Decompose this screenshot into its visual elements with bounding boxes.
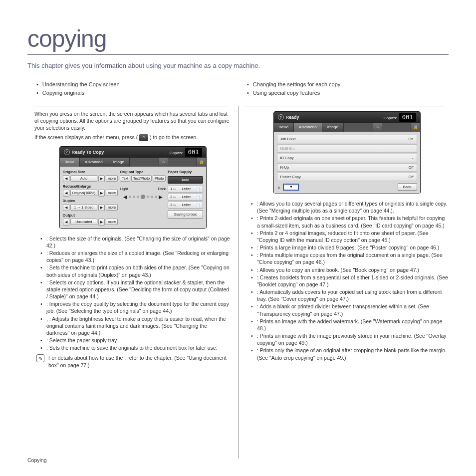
label-output: Output: [63, 213, 118, 218]
auto-button[interactable]: Auto: [168, 176, 203, 184]
toc-item: Changing the settings for each copy: [247, 80, 449, 89]
feature-list-left: : Selects the size of the originals. (Se…: [34, 235, 231, 352]
label-original-type: Original Type: [120, 170, 166, 174]
copies-counter: Copies:001: [170, 149, 202, 156]
more-button[interactable]: more: [106, 204, 118, 211]
label-original-size: Original Size: [63, 170, 118, 174]
label-duplex: Duplex: [63, 199, 118, 203]
tray-3[interactable]: 3 ▭Letter📄: [168, 202, 203, 209]
lock-icon[interactable]: 🔒: [197, 158, 206, 167]
more-button[interactable]: more: [106, 175, 118, 182]
lock-icon[interactable]: 🔒: [411, 123, 420, 132]
list-item: : Prints an image with the added waterma…: [257, 318, 449, 332]
row-job-build[interactable]: Job BuildOn: [277, 135, 417, 143]
column-separator: [238, 106, 238, 459]
row-poster-copy[interactable]: Poster CopyOff: [277, 173, 417, 181]
value-auto: Auto: [70, 175, 98, 182]
save-to-box-button[interactable]: Saving to box: [168, 210, 203, 219]
more-button[interactable]: more: [106, 219, 118, 225]
arrow-left-icon[interactable]: ◀: [63, 219, 69, 226]
list-item: : Creates booklets from a sequential set…: [257, 274, 449, 288]
intro-text: This chapter gives you information about…: [27, 62, 449, 69]
tab-basic[interactable]: Basic: [60, 158, 80, 167]
toc-item: Using special copy features: [247, 89, 449, 97]
list-item: : Prints an image with the image previou…: [257, 332, 449, 346]
home-icon[interactable]: ⌂: [159, 158, 168, 167]
tab-image[interactable]: Image: [322, 123, 344, 132]
value-original100: Original(100%): [70, 190, 98, 196]
copies-counter: Copies:001: [384, 114, 416, 121]
darkness-slider[interactable]: ◀ ▶: [120, 194, 166, 200]
toc-item: Understanding the Copy screen: [36, 80, 238, 89]
row-id-copy[interactable]: ID Copy-: [277, 154, 417, 162]
list-item: : Adds a blank or printed divider betwee…: [257, 303, 449, 317]
arrow-left-icon[interactable]: ◀: [63, 190, 69, 197]
tab-advanced[interactable]: Advanced: [294, 123, 322, 132]
feature-list-right: : Allows you to copy several pages or di…: [245, 200, 449, 361]
shot-title: Ready To Copy: [72, 150, 104, 155]
arrow-right-icon[interactable]: ▶: [98, 190, 105, 197]
note-text: For details about how to use the , refer…: [48, 354, 231, 368]
list-item: : Prints 2-sided originals on one sheet …: [257, 215, 449, 229]
tab-advanced[interactable]: Advanced: [80, 158, 108, 167]
list-item: : Selects the size of the originals. (Se…: [46, 235, 231, 249]
type-photo[interactable]: Photo: [153, 175, 166, 182]
label-reduce: Reduce/Enlarge: [63, 184, 118, 189]
list-item: : Selects the paper supply tray.: [46, 337, 231, 344]
list-item: , : Adjusts the brightness level to make…: [46, 315, 231, 337]
type-textphoto[interactable]: Text/Photo: [131, 175, 152, 182]
tab-image[interactable]: Image: [108, 158, 130, 167]
tray-1[interactable]: 1 ▭Letter📄: [168, 186, 203, 193]
toc: Understanding the Copy screen Copying or…: [27, 80, 449, 97]
note-icon: ✎: [36, 354, 44, 362]
label-dark: Dark: [158, 187, 166, 191]
toc-item: Copying originals: [36, 89, 238, 97]
arrow-right-icon[interactable]: ▶: [98, 175, 105, 182]
paragraph-part: If the screen displays an other menu, pr…: [34, 134, 138, 140]
arrow-right-icon[interactable]: ▶: [98, 219, 105, 226]
list-item: : Prints a large image into divided 9 pa…: [257, 244, 449, 251]
value-uncollated: Uncollated: [70, 219, 98, 225]
screenshot-advanced: ? Ready Copies:001 Basic Advanced Image …: [273, 111, 421, 194]
paragraph: When you press on the screen, the screen…: [34, 110, 231, 132]
arrow-left-icon[interactable]: ◀: [63, 175, 69, 182]
footer: Copying: [27, 457, 47, 463]
help-icon[interactable]: ?: [278, 114, 284, 120]
paragraph-part: ) to go to the screen.: [150, 134, 198, 140]
list-item: : Reduces or enlarges the size of a copi…: [46, 249, 231, 263]
list-item: : Selects or copy options. If you instal…: [46, 279, 231, 300]
tab-basic[interactable]: Basic: [274, 123, 294, 132]
label-paper-supply: Paper Supply: [168, 170, 203, 174]
title-rule: [27, 54, 449, 55]
shot-title: Ready: [286, 115, 299, 120]
page-title: copying: [27, 25, 449, 52]
home-icon[interactable]: ⌂: [373, 123, 382, 132]
label-light: Light: [120, 187, 128, 191]
screenshot-basic: ? Ready To Copy Copies:001 Basic Advance…: [59, 146, 207, 229]
section-rule: [34, 106, 227, 106]
list-item: : Prints 2 or 4 original images, reduced…: [257, 230, 449, 243]
more-button[interactable]: more: [106, 190, 118, 196]
type-text[interactable]: Text: [120, 175, 130, 182]
dropdown-icon[interactable]: ▼: [283, 184, 299, 191]
note: ✎ For details about how to use the , ref…: [36, 354, 231, 368]
value-1sided: 1 → 1 Sided: [70, 204, 98, 211]
list-item: : Allows you to copy several pages or di…: [257, 200, 449, 214]
arrow-left-icon[interactable]: ◀: [63, 204, 69, 211]
row-multi-bin: Multi-Bin-: [277, 144, 417, 153]
row-n-up[interactable]: N-UpOff: [277, 163, 417, 172]
home-icon: ⌂: [139, 134, 148, 141]
list-item: : Automatically adds covers to your copi…: [257, 288, 449, 302]
help-icon[interactable]: ?: [64, 149, 70, 155]
tray-2[interactable]: 2 ▭Letter📄: [168, 194, 203, 201]
section-rule: [245, 106, 445, 106]
list-item: : Allows you to copy an entire book. (Se…: [257, 266, 449, 273]
list-item: : Sets the machine to save the originals…: [46, 344, 231, 351]
list-item: : Prints only the image of an original a…: [257, 347, 449, 361]
list-item: : Sets the machine to print copies on bo…: [46, 264, 231, 278]
list-item: : Prints multiple image copies from the …: [257, 251, 449, 265]
paragraph: If the screen displays an other menu, pr…: [34, 134, 231, 141]
back-button[interactable]: Back: [398, 183, 417, 191]
list-item: : Improves the copy quality by selecting…: [46, 300, 231, 314]
arrow-right-icon[interactable]: ▶: [98, 204, 105, 211]
